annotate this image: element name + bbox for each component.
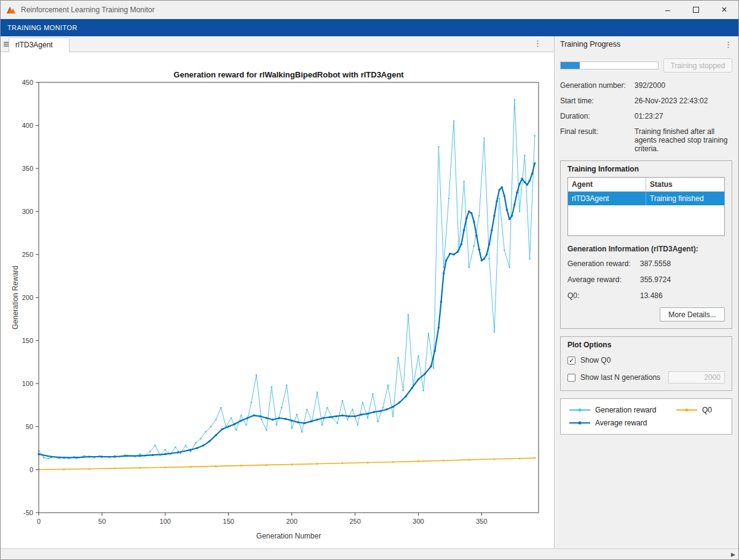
progress-row: Training stopped: [560, 58, 732, 73]
field-duration: Duration: 01:23:27: [560, 112, 732, 120]
legend-item-average-reward: Average reward: [569, 419, 656, 427]
svg-text:50: 50: [26, 423, 33, 430]
chart-legend: Generation reward Average reward Q0: [560, 398, 732, 435]
panel-options-kebab-icon[interactable]: ⋮: [724, 40, 732, 49]
svg-text:-50: -50: [23, 509, 33, 516]
field-value: 387.5558: [640, 259, 725, 268]
field-q0: Q0: 13.486: [567, 291, 725, 300]
panel-title: Training Progress: [560, 40, 620, 49]
legend-label: Average reward: [595, 419, 647, 427]
maximize-button[interactable]: [682, 1, 710, 19]
svg-text:350: 350: [476, 518, 487, 525]
tab-label: rlTD3Agent: [15, 41, 53, 49]
tab-options-kebab-icon[interactable]: ⋮: [534, 39, 542, 48]
ribbon: TRAINING MONITOR: [1, 19, 738, 36]
marker-dot: [579, 409, 582, 412]
field-label: Final result:: [560, 127, 634, 153]
panel-body: Training stopped Generation number: 392/…: [555, 52, 738, 435]
field-value: 01:23:27: [634, 112, 732, 120]
field-value: 392/2000: [634, 81, 732, 90]
app-window: Reinforcement Learning Training Monitor …: [0, 0, 739, 560]
plot-options-title: Plot Options: [567, 341, 725, 349]
field-label: Start time:: [560, 97, 634, 105]
show-last-n-option[interactable]: Show last N generations: [567, 371, 725, 384]
svg-text:250: 250: [349, 518, 360, 525]
window-controls: – ×: [654, 1, 738, 19]
dock-arrow-icon[interactable]: ▶: [731, 551, 735, 558]
training-stopped-button[interactable]: Training stopped: [663, 58, 732, 73]
show-q0-label: Show Q0: [580, 356, 611, 365]
svg-text:Generation reward for rlWalkin: Generation reward for rlWalkingBipedRobo…: [173, 70, 404, 79]
svg-text:100: 100: [160, 518, 171, 525]
window-title: Reinforcement Learning Training Monitor: [21, 6, 154, 14]
table-header-status: Status: [646, 178, 724, 192]
svg-text:250: 250: [22, 251, 33, 258]
table-header-agent: Agent: [568, 178, 646, 192]
field-value: 26-Nov-2023 22:43:02: [634, 97, 732, 105]
legend-item-q0: Q0: [676, 406, 712, 414]
svg-text:150: 150: [223, 518, 234, 525]
tab-rltd3agent[interactable]: rlTD3Agent: [9, 37, 69, 52]
field-label: Generation reward:: [567, 259, 640, 268]
figure-area: -500501001502002503003504004500501001502…: [1, 52, 554, 550]
svg-text:200: 200: [286, 518, 297, 525]
marker-dot: [579, 422, 582, 425]
legend-column-1: Generation reward Average reward: [569, 406, 656, 427]
generation-information-title: Generation Information (rlTD3Agent):: [567, 245, 725, 253]
legend-label: Q0: [702, 406, 712, 414]
svg-text:100: 100: [22, 380, 33, 387]
field-value: Training finished after all agents reach…: [634, 127, 732, 153]
training-information-title: Training Information: [567, 165, 725, 173]
average-reward-line-sample: [569, 422, 590, 424]
field-generation-number: Generation number: 392/2000: [560, 81, 732, 90]
svg-text:350: 350: [22, 165, 33, 172]
svg-text:200: 200: [22, 294, 33, 301]
title-bar: Reinforcement Learning Training Monitor …: [1, 1, 738, 19]
table-cell-agent: rlTD3Agent: [568, 192, 646, 205]
svg-text:Generation Reward: Generation Reward: [11, 266, 20, 329]
svg-text:400: 400: [22, 122, 33, 129]
field-generation-reward: Generation reward: 387.5558: [567, 259, 725, 268]
field-label: Generation number:: [560, 81, 634, 90]
table-row-rltd3agent[interactable]: rlTD3Agent Training finished: [568, 192, 724, 205]
legend-column-2: Q0: [676, 406, 723, 427]
svg-text:0: 0: [30, 466, 33, 473]
legend-label: Generation reward: [595, 406, 656, 414]
field-value: 13.486: [640, 291, 725, 300]
field-label: Duration:: [560, 112, 634, 120]
show-last-n-checkbox[interactable]: [567, 374, 575, 382]
main-content: rlTD3Agent ⋮ -50050100150200250300350400…: [1, 36, 738, 550]
field-label: Q0:: [567, 291, 640, 300]
more-details-button[interactable]: More Details...: [660, 307, 725, 321]
svg-text:Generation Number: Generation Number: [256, 532, 321, 540]
table-cell-status: Training finished: [646, 192, 724, 205]
figure-pane: rlTD3Agent ⋮ -50050100150200250300350400…: [1, 36, 555, 550]
training-reward-chart[interactable]: -500501001502002503003504004500501001502…: [1, 52, 555, 550]
matlab-logo-icon: [6, 4, 17, 15]
last-n-generations-input[interactable]: [668, 371, 725, 384]
svg-text:300: 300: [22, 208, 33, 215]
svg-text:450: 450: [22, 79, 33, 86]
show-q0-option[interactable]: ✓ Show Q0: [567, 356, 725, 365]
svg-text:150: 150: [22, 337, 33, 344]
status-bar: ▶: [1, 548, 738, 559]
field-value: 355.9724: [640, 275, 725, 284]
training-progress-bar: [560, 61, 658, 69]
table-empty-area: [568, 205, 724, 235]
svg-text:0: 0: [37, 518, 41, 525]
show-q0-checkbox[interactable]: ✓: [567, 357, 575, 365]
field-final-result: Final result: Training finished after al…: [560, 127, 732, 153]
table-header-row: Agent Status: [568, 178, 724, 192]
minimize-button[interactable]: –: [654, 1, 682, 19]
q0-line-sample: [676, 409, 697, 411]
agent-status-table: Agent Status rlTD3Agent Training finishe…: [567, 177, 725, 236]
close-icon: ×: [721, 4, 727, 15]
field-label: Average reward:: [567, 275, 640, 284]
close-button[interactable]: ×: [710, 1, 738, 19]
svg-text:50: 50: [98, 518, 106, 525]
plot-options-panel: Plot Options ✓ Show Q0 Show last N gener…: [560, 336, 732, 391]
training-progress-panel: Training Progress ⋮ Training stopped Gen…: [555, 36, 738, 550]
marker-dot: [685, 409, 688, 412]
ribbon-tab-training-monitor[interactable]: TRAINING MONITOR: [1, 19, 84, 36]
training-information-panel: Training Information Agent Status rlTD3A…: [560, 160, 732, 329]
